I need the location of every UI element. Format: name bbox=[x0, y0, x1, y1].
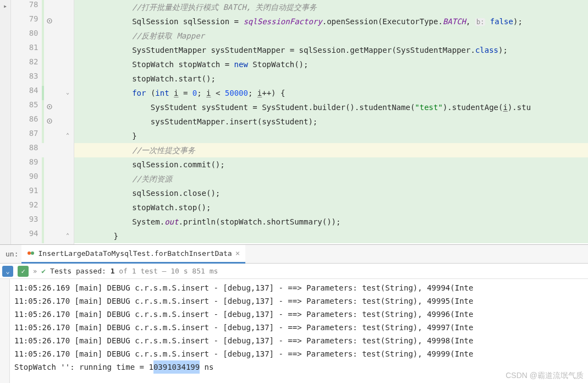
code-token: false bbox=[490, 17, 513, 26]
code-token: SysStudentMapper sysStudentMapper = sqlS… bbox=[76, 46, 475, 54]
line-number: 82 bbox=[11, 57, 42, 72]
gutter-marks bbox=[42, 114, 74, 129]
line-number: 84 bbox=[11, 86, 42, 100]
check-icon: ✔ bbox=[41, 267, 46, 275]
line-number: 86 bbox=[11, 114, 42, 129]
gutter-line[interactable]: 83 bbox=[11, 72, 74, 86]
expand-icon[interactable]: » bbox=[33, 267, 37, 275]
code-line[interactable]: //关闭资源 bbox=[74, 172, 588, 186]
code-token: sqlSession.commit(); bbox=[76, 160, 225, 169]
gutter-line[interactable]: 85 bbox=[11, 100, 74, 114]
fold-open-icon[interactable]: ⌄ bbox=[66, 89, 73, 96]
gutter-line[interactable]: 80 bbox=[11, 29, 74, 43]
code-line[interactable]: //一次性提交事务 bbox=[74, 143, 588, 157]
code-token: StopWatch(); bbox=[248, 60, 309, 69]
fold-close-icon[interactable]: ⌃ bbox=[66, 132, 73, 139]
gutter-gear-icon[interactable] bbox=[46, 103, 53, 112]
code-token: ).studentAge( bbox=[443, 103, 503, 112]
collapse-button[interactable]: ⌄ bbox=[2, 266, 13, 277]
console-line[interactable]: 11:05:26.169 [main] DEBUG c.r.s.m.S.inse… bbox=[14, 281, 588, 294]
gutter-line[interactable]: 94⌃ bbox=[11, 229, 74, 243]
code-line[interactable]: sqlSession.close(); bbox=[74, 186, 588, 200]
gutter-marks bbox=[42, 0, 74, 14]
code-line[interactable]: //打开批量处理执行模式 BATCH, 关闭自动提交事务 bbox=[74, 0, 588, 14]
console-gutter bbox=[0, 279, 10, 383]
test-status-bar: ⌄ ✓ » ✔ Tests passed: 1 of 1 test – 10 s… bbox=[0, 264, 588, 279]
gutter-line[interactable]: 89 bbox=[11, 157, 74, 172]
code-token: ); bbox=[498, 46, 508, 54]
code-token: // bbox=[76, 174, 141, 183]
code-token: ().studentName( bbox=[345, 103, 415, 112]
code-line[interactable]: sqlSession.commit(); bbox=[74, 157, 588, 172]
gutter-line[interactable]: 82 bbox=[11, 57, 74, 72]
code-line[interactable]: System.out.println(stopWatch.shortSummar… bbox=[74, 215, 588, 229]
svg-point-5 bbox=[48, 121, 50, 122]
gutter-gear-icon[interactable] bbox=[46, 17, 53, 26]
code-token: i bbox=[503, 103, 507, 112]
gutter-marks bbox=[42, 143, 74, 157]
code-token: ).stu bbox=[508, 103, 531, 112]
gutter-gear-icon[interactable] bbox=[46, 117, 53, 126]
line-number: 89 bbox=[11, 157, 42, 172]
gutter-marks bbox=[42, 100, 74, 114]
gutter-line[interactable]: 86 bbox=[11, 114, 74, 129]
gutter-marks bbox=[42, 57, 74, 72]
svg-point-6 bbox=[28, 251, 31, 255]
code-token: int bbox=[155, 89, 169, 97]
code-token bbox=[76, 89, 132, 97]
console-line[interactable]: 11:05:26.170 [main] DEBUG c.r.s.m.S.inse… bbox=[14, 347, 588, 360]
console-output[interactable]: 11:05:26.169 [main] DEBUG c.r.s.m.S.inse… bbox=[0, 279, 588, 383]
gutter-line[interactable]: 93 bbox=[11, 215, 74, 229]
gutter-line[interactable]: 87⌃ bbox=[11, 129, 74, 143]
code-token: 50000 bbox=[225, 89, 248, 97]
code-line[interactable]: for (int i = 0; i < 50000; i++) { bbox=[74, 86, 588, 100]
gutter-marks bbox=[42, 72, 74, 86]
code-line[interactable]: } bbox=[74, 129, 588, 143]
gutter-line[interactable]: 91 bbox=[11, 186, 74, 200]
code-token: ; bbox=[248, 89, 257, 97]
code-editor[interactable]: ▸ 78798081828384⌄858687⌃88899091929394⌃ … bbox=[0, 0, 588, 244]
line-number: 88 bbox=[11, 143, 42, 157]
line-number: 80 bbox=[11, 29, 42, 43]
code-line[interactable]: stopWatch.start(); bbox=[74, 72, 588, 86]
run-tab[interactable]: InsertLargeDataToMysqlTest.forBatchInser… bbox=[21, 245, 245, 264]
code-line[interactable]: stopWatch.stop(); bbox=[74, 200, 588, 215]
console-line[interactable]: 11:05:26.170 [main] DEBUG c.r.s.m.S.inse… bbox=[14, 321, 588, 334]
console-line[interactable]: 11:05:26.170 [main] DEBUG c.r.s.m.S.inse… bbox=[14, 334, 588, 347]
console-selection: 0391034199 bbox=[153, 360, 200, 374]
code-body[interactable]: //打开批量处理执行模式 BATCH, 关闭自动提交事务 SqlSession … bbox=[74, 0, 588, 244]
code-token: .println(stopWatch.shortSummary()); bbox=[178, 217, 340, 226]
gutter-marks bbox=[42, 172, 74, 186]
code-line[interactable]: sysStudentMapper.insert(sysStudent); bbox=[74, 114, 588, 129]
code-token: < bbox=[211, 89, 225, 97]
gutter-line[interactable]: 88 bbox=[11, 143, 74, 157]
code-line[interactable]: //反射获取 Mapper bbox=[74, 29, 588, 43]
line-number: 85 bbox=[11, 100, 42, 114]
tests-passed-button[interactable]: ✓ bbox=[18, 266, 29, 277]
code-line[interactable]: StopWatch stopWatch = new StopWatch(); bbox=[74, 57, 588, 72]
gutter-line[interactable]: 78 bbox=[11, 0, 74, 14]
gutter-line[interactable]: 79 bbox=[11, 14, 74, 29]
console-line[interactable]: 11:05:26.170 [main] DEBUG c.r.s.m.S.inse… bbox=[14, 294, 588, 308]
code-token: sysStudentMapper.insert(sysStudent); bbox=[76, 117, 317, 126]
console-line[interactable]: 11:05:26.170 [main] DEBUG c.r.s.m.S.inse… bbox=[14, 308, 588, 321]
code-line[interactable]: } bbox=[74, 229, 588, 243]
code-token: ); bbox=[513, 17, 523, 26]
code-line[interactable]: SysStudent sysStudent = SysStudent.build… bbox=[74, 100, 588, 114]
svg-point-7 bbox=[31, 251, 34, 255]
close-icon[interactable]: × bbox=[235, 249, 240, 258]
gutter-line[interactable]: 90 bbox=[11, 172, 74, 186]
code-token bbox=[485, 17, 490, 26]
line-number: 90 bbox=[11, 172, 42, 186]
code-line[interactable]: SysStudentMapper sysStudentMapper = sqlS… bbox=[74, 43, 588, 57]
fold-close-icon[interactable]: ⌃ bbox=[66, 232, 73, 239]
run-tab-bar: un: InsertLargeDataToMysqlTest.forBatchI… bbox=[0, 245, 588, 264]
code-token: b: bbox=[475, 18, 485, 26]
console-line[interactable]: StopWatch '': running time = 10391034199… bbox=[14, 360, 588, 374]
gutter-line[interactable]: 84⌄ bbox=[11, 86, 74, 100]
code-token: BATCH bbox=[443, 17, 466, 26]
code-line[interactable]: SqlSession sqlSession = sqlSessionFactor… bbox=[74, 14, 588, 29]
gutter-line[interactable]: 81 bbox=[11, 43, 74, 57]
gutter-line[interactable]: 92 bbox=[11, 200, 74, 215]
editor-gutter[interactable]: 78798081828384⌄858687⌃88899091929394⌃ bbox=[11, 0, 74, 244]
